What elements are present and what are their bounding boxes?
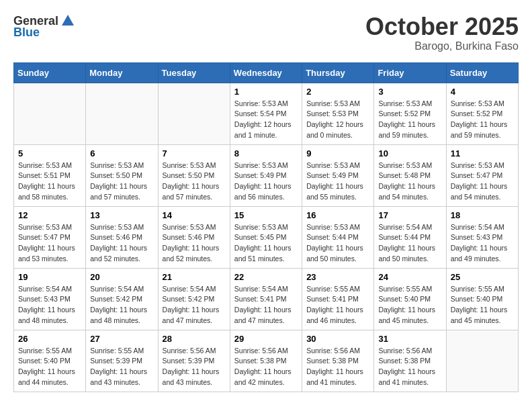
calendar-cell: 7Sunrise: 5:53 AM Sunset: 5:50 PM Daylig… — [158, 144, 230, 206]
calendar-cell — [158, 83, 230, 144]
calendar-week-row: 12Sunrise: 5:53 AM Sunset: 5:47 PM Dayli… — [14, 206, 519, 268]
day-number: 4 — [451, 87, 514, 97]
day-number: 5 — [18, 148, 81, 158]
day-number: 18 — [451, 210, 514, 220]
day-info: Sunrise: 5:54 AM Sunset: 5:43 PM Dayligh… — [18, 284, 81, 326]
calendar-cell: 20Sunrise: 5:54 AM Sunset: 5:42 PM Dayli… — [86, 268, 158, 330]
calendar-cell: 3Sunrise: 5:53 AM Sunset: 5:52 PM Daylig… — [374, 83, 446, 144]
calendar-cell: 28Sunrise: 5:56 AM Sunset: 5:39 PM Dayli… — [158, 330, 230, 392]
day-number: 27 — [90, 334, 153, 344]
day-number: 16 — [306, 210, 369, 220]
month-title: October 2025 — [365, 13, 519, 40]
day-number: 9 — [306, 148, 369, 158]
day-info: Sunrise: 5:56 AM Sunset: 5:38 PM Dayligh… — [378, 346, 441, 388]
day-info: Sunrise: 5:53 AM Sunset: 5:54 PM Dayligh… — [234, 99, 298, 141]
calendar-cell: 12Sunrise: 5:53 AM Sunset: 5:47 PM Dayli… — [14, 206, 86, 268]
calendar-cell: 30Sunrise: 5:56 AM Sunset: 5:38 PM Dayli… — [302, 330, 374, 392]
day-info: Sunrise: 5:56 AM Sunset: 5:39 PM Dayligh… — [163, 346, 226, 388]
calendar-cell: 8Sunrise: 5:53 AM Sunset: 5:49 PM Daylig… — [230, 144, 302, 206]
day-info: Sunrise: 5:53 AM Sunset: 5:47 PM Dayligh… — [451, 161, 514, 203]
calendar-cell: 29Sunrise: 5:56 AM Sunset: 5:38 PM Dayli… — [230, 330, 302, 392]
weekday-header: Sunday — [14, 62, 86, 83]
day-info: Sunrise: 5:53 AM Sunset: 5:44 PM Dayligh… — [306, 222, 369, 265]
day-info: Sunrise: 5:53 AM Sunset: 5:52 PM Dayligh… — [378, 99, 441, 141]
calendar-cell — [446, 330, 518, 392]
day-info: Sunrise: 5:53 AM Sunset: 5:50 PM Dayligh… — [90, 161, 153, 203]
calendar-cell — [14, 83, 86, 144]
calendar-cell: 23Sunrise: 5:55 AM Sunset: 5:41 PM Dayli… — [302, 268, 374, 330]
day-info: Sunrise: 5:54 AM Sunset: 5:43 PM Dayligh… — [451, 222, 514, 265]
calendar-cell: 9Sunrise: 5:53 AM Sunset: 5:49 PM Daylig… — [302, 144, 374, 206]
weekday-header: Friday — [374, 62, 446, 83]
calendar-cell: 13Sunrise: 5:53 AM Sunset: 5:46 PM Dayli… — [86, 206, 158, 268]
calendar-cell: 5Sunrise: 5:53 AM Sunset: 5:51 PM Daylig… — [14, 144, 86, 206]
calendar-cell: 2Sunrise: 5:53 AM Sunset: 5:53 PM Daylig… — [302, 83, 374, 144]
day-info: Sunrise: 5:54 AM Sunset: 5:41 PM Dayligh… — [234, 284, 298, 326]
day-number: 3 — [378, 87, 441, 97]
calendar-cell: 4Sunrise: 5:53 AM Sunset: 5:52 PM Daylig… — [446, 83, 518, 144]
day-info: Sunrise: 5:55 AM Sunset: 5:39 PM Dayligh… — [90, 346, 153, 388]
day-info: Sunrise: 5:56 AM Sunset: 5:38 PM Dayligh… — [234, 346, 298, 388]
calendar-cell: 16Sunrise: 5:53 AM Sunset: 5:44 PM Dayli… — [302, 206, 374, 268]
title-section: October 2025 Barogo, Burkina Faso — [365, 13, 519, 52]
calendar-cell: 18Sunrise: 5:54 AM Sunset: 5:43 PM Dayli… — [446, 206, 518, 268]
calendar-cell: 6Sunrise: 5:53 AM Sunset: 5:50 PM Daylig… — [86, 144, 158, 206]
calendar-cell: 26Sunrise: 5:55 AM Sunset: 5:40 PM Dayli… — [14, 330, 86, 392]
weekday-header-row: SundayMondayTuesdayWednesdayThursdayFrid… — [14, 62, 519, 83]
day-info: Sunrise: 5:53 AM Sunset: 5:45 PM Dayligh… — [234, 222, 298, 265]
calendar-week-row: 19Sunrise: 5:54 AM Sunset: 5:43 PM Dayli… — [14, 268, 519, 330]
day-number: 17 — [378, 210, 441, 220]
calendar-cell: 24Sunrise: 5:55 AM Sunset: 5:40 PM Dayli… — [374, 268, 446, 330]
day-number: 22 — [234, 272, 298, 282]
calendar-cell: 11Sunrise: 5:53 AM Sunset: 5:47 PM Dayli… — [446, 144, 518, 206]
day-info: Sunrise: 5:55 AM Sunset: 5:40 PM Dayligh… — [18, 346, 81, 388]
day-info: Sunrise: 5:53 AM Sunset: 5:48 PM Dayligh… — [378, 161, 441, 203]
calendar-week-row: 5Sunrise: 5:53 AM Sunset: 5:51 PM Daylig… — [14, 144, 519, 206]
day-number: 13 — [90, 210, 153, 220]
calendar-cell — [86, 83, 158, 144]
day-info: Sunrise: 5:53 AM Sunset: 5:50 PM Dayligh… — [163, 161, 226, 203]
day-number: 8 — [234, 148, 298, 158]
calendar-week-row: 26Sunrise: 5:55 AM Sunset: 5:40 PM Dayli… — [14, 330, 519, 392]
day-number: 15 — [234, 210, 298, 220]
day-number: 12 — [18, 210, 81, 220]
day-number: 23 — [306, 272, 369, 282]
day-info: Sunrise: 5:54 AM Sunset: 5:42 PM Dayligh… — [163, 284, 226, 326]
calendar-cell: 10Sunrise: 5:53 AM Sunset: 5:48 PM Dayli… — [374, 144, 446, 206]
day-number: 7 — [163, 148, 226, 158]
day-info: Sunrise: 5:53 AM Sunset: 5:46 PM Dayligh… — [90, 222, 153, 265]
day-info: Sunrise: 5:54 AM Sunset: 5:44 PM Dayligh… — [378, 222, 441, 265]
calendar-cell: 15Sunrise: 5:53 AM Sunset: 5:45 PM Dayli… — [230, 206, 302, 268]
logo-blue: Blue — [13, 26, 40, 40]
day-info: Sunrise: 5:56 AM Sunset: 5:38 PM Dayligh… — [306, 346, 369, 388]
day-number: 26 — [18, 334, 81, 344]
calendar-cell: 1Sunrise: 5:53 AM Sunset: 5:54 PM Daylig… — [230, 83, 302, 144]
page-header: General Blue October 2025 Barogo, Burkin… — [13, 13, 519, 52]
location: Barogo, Burkina Faso — [365, 40, 519, 52]
weekday-header: Monday — [86, 62, 158, 83]
day-number: 14 — [163, 210, 226, 220]
day-info: Sunrise: 5:53 AM Sunset: 5:47 PM Dayligh… — [18, 222, 81, 265]
day-number: 30 — [306, 334, 369, 344]
logo-icon — [60, 13, 75, 28]
day-info: Sunrise: 5:55 AM Sunset: 5:41 PM Dayligh… — [306, 284, 369, 326]
day-number: 25 — [451, 272, 514, 282]
calendar-cell: 22Sunrise: 5:54 AM Sunset: 5:41 PM Dayli… — [230, 268, 302, 330]
calendar-cell: 21Sunrise: 5:54 AM Sunset: 5:42 PM Dayli… — [158, 268, 230, 330]
day-info: Sunrise: 5:53 AM Sunset: 5:51 PM Dayligh… — [18, 161, 81, 203]
calendar: SundayMondayTuesdayWednesdayThursdayFrid… — [13, 62, 519, 392]
day-number: 21 — [163, 272, 226, 282]
logo: General Blue — [13, 13, 76, 40]
day-number: 19 — [18, 272, 81, 282]
day-number: 28 — [163, 334, 226, 344]
weekday-header: Tuesday — [158, 62, 230, 83]
calendar-cell: 14Sunrise: 5:53 AM Sunset: 5:46 PM Dayli… — [158, 206, 230, 268]
svg-marker-0 — [62, 15, 74, 26]
day-info: Sunrise: 5:53 AM Sunset: 5:53 PM Dayligh… — [306, 99, 369, 141]
day-number: 31 — [378, 334, 441, 344]
calendar-cell: 17Sunrise: 5:54 AM Sunset: 5:44 PM Dayli… — [374, 206, 446, 268]
day-info: Sunrise: 5:54 AM Sunset: 5:42 PM Dayligh… — [90, 284, 153, 326]
day-info: Sunrise: 5:53 AM Sunset: 5:52 PM Dayligh… — [451, 99, 514, 141]
calendar-week-row: 1Sunrise: 5:53 AM Sunset: 5:54 PM Daylig… — [14, 83, 519, 144]
day-number: 11 — [451, 148, 514, 158]
